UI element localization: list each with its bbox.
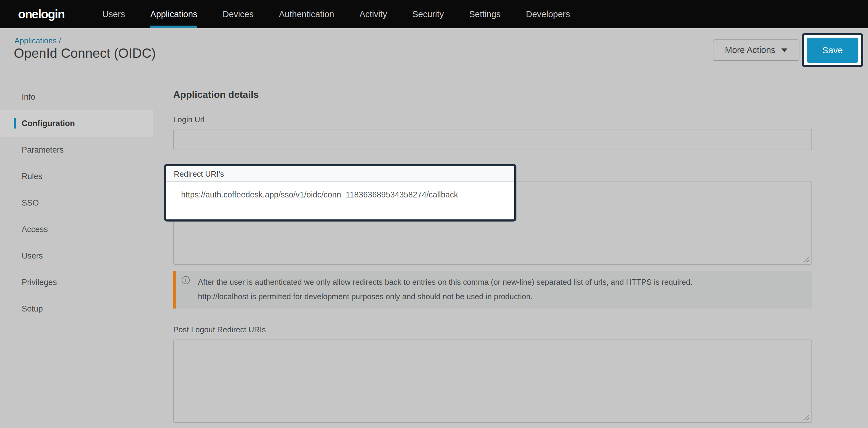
sidebar-item-info[interactable]: Info [0, 84, 153, 110]
nav-item-authentication[interactable]: Authentication [279, 0, 334, 28]
active-tab-indicator [14, 118, 16, 129]
post-logout-redirect-uris-label: Post Logout Redirect URIs [173, 325, 266, 334]
nav-item-developers[interactable]: Developers [526, 0, 570, 28]
nav-item-activity[interactable]: Activity [360, 0, 387, 28]
onelogin-logo[interactable]: onelogin [18, 0, 65, 28]
sidebar-item-privileges[interactable]: Privileges [0, 269, 153, 295]
post-logout-redirect-uris-textarea[interactable] [173, 340, 812, 423]
resize-handle-icon[interactable] [803, 414, 810, 421]
save-annotation-box: Save [802, 33, 863, 67]
note-line-1: After the user is authenticated we only … [198, 278, 693, 287]
redirect-uris-label: Redirect URI's [174, 169, 224, 179]
breadcrumb-separator-slash: / [59, 36, 61, 45]
app-sidebar: Info Configuration Parameters Rules SSO … [0, 70, 153, 428]
sidebar-item-setup[interactable]: Setup [0, 295, 153, 322]
more-actions-label: More Actions [725, 45, 775, 55]
nav-item-security[interactable]: Security [412, 0, 444, 28]
nav-item-devices[interactable]: Devices [223, 0, 253, 28]
nav-item-settings[interactable]: Settings [469, 0, 501, 28]
sidebar-item-access[interactable]: Access [0, 216, 153, 242]
sidebar-item-rules[interactable]: Rules [0, 163, 153, 190]
chevron-down-icon [781, 49, 787, 52]
redirect-uris-value: https://auth.coffeedesk.app/sso/v1/oidc/… [181, 190, 458, 200]
page-title: OpenId Connect (OIDC) [14, 46, 156, 61]
save-button[interactable]: Save [807, 38, 858, 63]
top-nav: onelogin Users Applications Devices Auth… [0, 0, 868, 28]
login-url-input[interactable] [173, 129, 812, 150]
redirect-uris-annotation-box: Redirect URI's https://auth.coffeedesk.a… [164, 164, 517, 222]
redirect-uris-value-area[interactable]: https://auth.coffeedesk.app/sso/v1/oidc/… [166, 181, 514, 220]
section-heading: Application details [173, 89, 259, 100]
note-line-2: http://localhost is permitted for develo… [198, 292, 533, 301]
sidebar-item-parameters[interactable]: Parameters [0, 137, 153, 163]
breadcrumb-applications-link[interactable]: Applications [14, 36, 57, 45]
login-url-label: Login Url [173, 115, 205, 124]
sidebar-item-sso[interactable]: SSO [0, 190, 153, 216]
breadcrumb: Applications / [14, 36, 61, 46]
primary-nav: Users Applications Devices Authenticatio… [102, 0, 570, 28]
nav-item-applications[interactable]: Applications [150, 0, 197, 28]
redirect-uris-help-note: i After the user is authenticated we onl… [173, 271, 812, 309]
sidebar-item-users[interactable]: Users [0, 242, 153, 269]
more-actions-button[interactable]: More Actions [713, 39, 799, 61]
resize-handle-icon[interactable] [803, 256, 810, 263]
nav-item-users[interactable]: Users [102, 0, 125, 28]
info-icon: i [182, 276, 190, 284]
sidebar-item-configuration[interactable]: Configuration [0, 110, 153, 137]
